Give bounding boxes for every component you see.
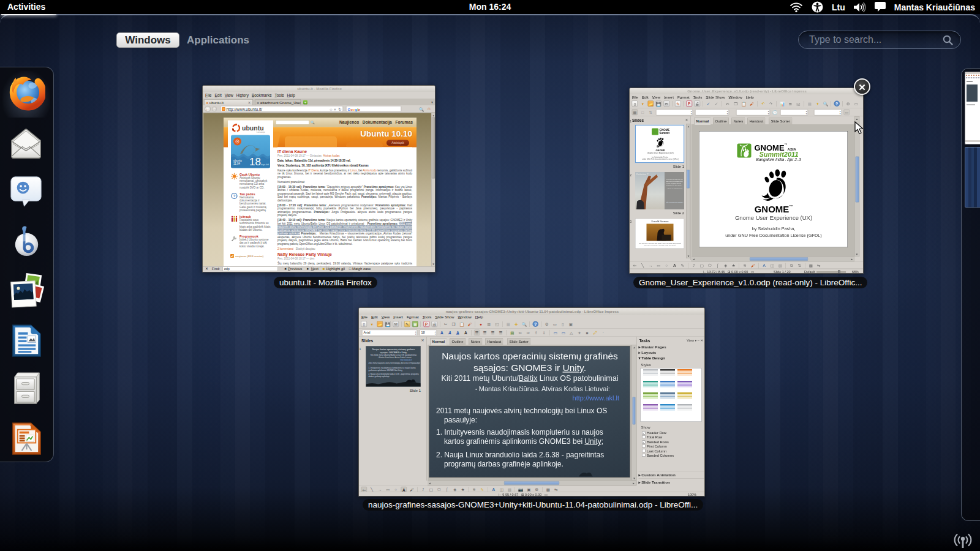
- svg-text:Lietuvoje: Lietuvoje: [257, 131, 265, 133]
- svg-text:?: ?: [233, 194, 236, 198]
